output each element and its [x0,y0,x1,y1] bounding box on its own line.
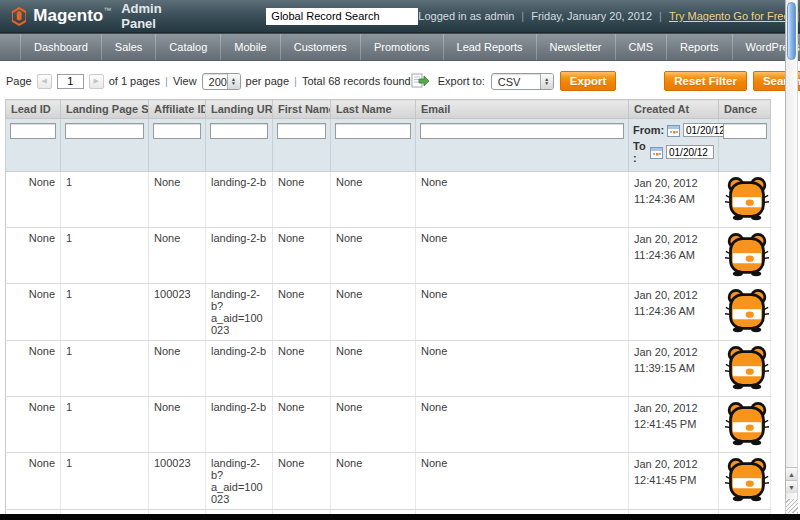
nav-item-promotions[interactable]: Promotions [361,34,444,60]
scroll-down-icon: ▼ [788,484,795,491]
cell-created-at: Jan 20, 2012 11:39:15 AM [629,341,719,397]
header-separator: | [659,10,662,22]
filter-last-name-input[interactable] [335,123,411,139]
column-header-landing-url[interactable]: Landing URL [206,100,273,119]
table-row[interactable]: None 1 None landing-2-b None None None J… [6,341,771,397]
cell-first-name: None [273,228,331,284]
calendar-icon[interactable] [650,146,663,159]
cell-created-at: Jan 20, 2012 11:24:36 AM [629,284,719,341]
filter-landing-url-input[interactable] [210,123,268,139]
global-record-search-input[interactable] [266,8,418,25]
nav-item-dashboard[interactable]: Dashboard [20,34,102,60]
cell-dance [719,172,771,228]
try-magento-go-link[interactable]: Try Magento Go for Free [669,10,790,22]
filter-date-range: From: To : [629,119,719,172]
column-header-landing-page-step[interactable]: Landing Page Step [61,100,149,119]
next-page-button[interactable]: ▶ [89,74,104,89]
nav-item-sales[interactable]: Sales [102,34,157,60]
table-row[interactable]: None 1 None landing-2-b None None None J… [6,397,771,453]
grid-header-row: Lead ID Landing Page Step Affiliate ID L… [6,100,771,119]
filter-dance-input[interactable] [723,123,767,139]
table-row[interactable]: None 1 100023 landing-2-b?a_aid=100023 N… [6,453,771,510]
scroll-down-button[interactable]: ▼ [786,480,797,493]
cell-affiliate-id: 100023 [149,284,206,341]
logo-trademark: ™ [103,6,111,15]
dancing-hamster-icon [724,177,770,221]
filter-affiliate-id-input[interactable] [153,123,201,139]
nav-item-newsletter[interactable]: Newsletter [537,34,616,60]
magento-logo-icon [12,3,26,30]
cell-first-name: None [273,284,331,341]
cell-landing-url: landing-2-b?a_aid=100023 [206,453,273,510]
created-date: Jan 20, 2012 [634,345,713,361]
filter-date-from: From: [633,123,714,137]
table-row[interactable]: None 1 None landing-2-b None None None J… [6,172,771,228]
top-header: Magento™ Admin Panel Logged in as admin … [0,0,800,33]
of-pages-label: of 1 pages [109,75,160,87]
window-bottom-edge [0,514,800,520]
cell-landing-page-step: 1 [61,172,149,228]
cell-email: None [416,341,629,397]
column-header-dance[interactable]: Dance [719,100,771,119]
cell-lead-id: None [6,228,61,284]
column-header-first-name[interactable]: First Name [273,100,331,119]
calendar-icon[interactable] [667,124,680,137]
cell-created-at: Jan 20, 2012 12:41:45 PM [629,453,719,510]
cell-last-name: None [331,172,416,228]
per-page-label: per page [246,75,289,87]
grid-actions: Export to: CSV ▲▼ Export Reset Filter Se… [411,71,800,91]
vertical-scrollbar[interactable]: ▲ ▼ [785,0,798,514]
export-format-select[interactable]: CSV ▲▼ [491,73,554,90]
table-row[interactable]: None 1 100023 landing-2-b?a_aid=100023 N… [6,284,771,341]
previous-page-icon: ◀ [42,77,47,85]
column-header-lead-id[interactable]: Lead ID [6,100,61,119]
cell-first-name: None [273,172,331,228]
cell-lead-id: None [6,397,61,453]
window-resize-grip[interactable] [785,499,798,513]
nav-item-customers[interactable]: Customers [281,34,361,60]
to-label: To : [633,140,647,164]
cell-affiliate-id: None [149,228,206,284]
cell-dance [719,397,771,453]
cell-lead-id: None [6,453,61,510]
nav-item-reports[interactable]: Reports [667,34,733,60]
scroll-up-button[interactable]: ▲ [786,467,797,480]
filter-landing-page-step-input[interactable] [65,123,144,139]
logo-wordmark: Magento [33,6,103,25]
column-header-created-at[interactable]: Created At [629,100,719,119]
export-button[interactable]: Export [560,71,616,91]
filter-date-to-input[interactable] [666,145,714,159]
column-header-last-name[interactable]: Last Name [331,100,416,119]
column-header-email[interactable]: Email [416,100,629,119]
page-content: Page ◀ ▶ of 1 pages | View 200 ▲▼ per pa… [0,61,800,520]
dancing-hamster-icon [724,346,770,390]
stepper-down-icon: ▼ [231,81,236,85]
stepper-down-icon: ▼ [544,81,549,85]
grid-filter-row: From: To : [6,119,771,172]
filter-email-input[interactable] [420,123,624,139]
cell-email: None [416,397,629,453]
cell-landing-url: landing-2-b [206,172,273,228]
table-row[interactable]: None 1 None landing-2-b None None None J… [6,228,771,284]
nav-item-mobile[interactable]: Mobile [221,34,280,60]
cell-landing-url: landing-2-b [206,228,273,284]
header-session-info: Logged in as admin | Friday, January 20,… [418,10,800,22]
nav-item-cms[interactable]: CMS [616,34,667,60]
page-number-input[interactable] [57,74,84,89]
cell-lead-id: None [6,172,61,228]
filter-lead-id-input[interactable] [10,123,56,139]
select-stepper-icon: ▲▼ [227,74,240,89]
cell-landing-url: landing-2-b [206,397,273,453]
reset-filter-button[interactable]: Reset Filter [664,71,747,91]
column-header-affiliate-id[interactable]: Affiliate ID [149,100,206,119]
previous-page-button[interactable]: ◀ [37,74,52,89]
filter-first-name-input[interactable] [277,123,326,139]
nav-item-catalog[interactable]: Catalog [156,34,221,60]
scrollbar-thumb[interactable] [787,2,796,60]
dancing-hamster-icon [724,402,770,446]
per-page-select[interactable]: 200 ▲▼ [202,73,241,90]
magento-logo[interactable]: Magento™ Admin Panel [12,1,170,31]
export-to-label: Export to: [438,75,485,87]
nav-item-lead-reports[interactable]: Lead Reports [444,34,537,60]
cell-dance [719,341,771,397]
